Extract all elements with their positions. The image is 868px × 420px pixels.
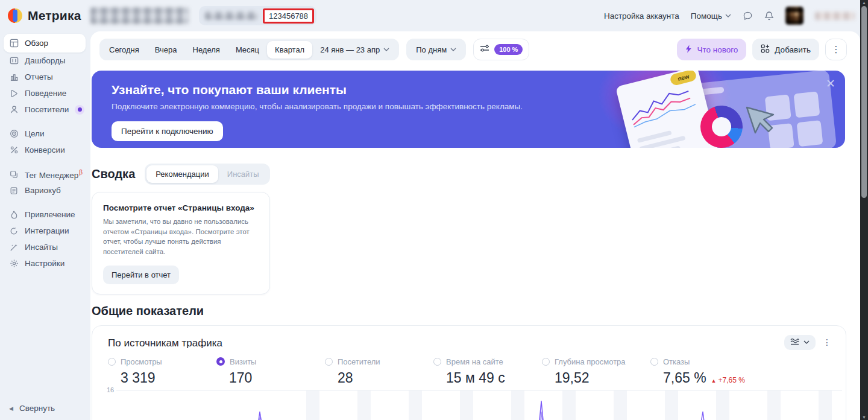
period-yesterday[interactable]: Вчера xyxy=(147,41,185,59)
granularity-select[interactable]: По дням xyxy=(408,41,464,59)
metric-depth[interactable]: Глубина просмотра 19,52 xyxy=(542,357,650,386)
granularity-group: По дням xyxy=(406,39,466,60)
radio-unchecked-icon xyxy=(108,358,116,366)
metric-bounce-rate[interactable]: Отказы 7,65 % ▲+7,65 % xyxy=(650,357,759,386)
redacted-counter-name xyxy=(205,11,258,20)
summary-title: Сводка xyxy=(92,167,135,181)
radio-unchecked-icon xyxy=(325,358,333,366)
toolbar-kebab-menu[interactable]: ⋮ xyxy=(825,39,847,60)
general-metrics-title: Общие показатели xyxy=(92,304,860,318)
chart-kebab-menu[interactable]: ⋮ xyxy=(823,337,831,347)
chart-card-tools: ⋮ xyxy=(784,335,831,350)
period-today[interactable]: Сегодня xyxy=(101,41,147,59)
collapse-label: Свернуть xyxy=(19,404,55,413)
metric-label: Глубина просмотра xyxy=(555,357,626,366)
help-menu[interactable]: Помощь xyxy=(691,11,731,21)
chart-type-icon xyxy=(790,338,799,347)
banner-close-icon[interactable]: ✕ xyxy=(826,78,835,89)
metric-pageviews[interactable]: Просмотры 3 319 xyxy=(108,357,216,386)
banner-connect-button[interactable]: Перейти к подключению xyxy=(112,121,223,141)
counter-selector[interactable]: 123456788 xyxy=(199,6,316,25)
top-header: Метрика 123456788 Настройка аккаунта Пом… xyxy=(0,0,868,31)
account-settings-link[interactable]: Настройка аккаунта xyxy=(604,11,679,21)
chart-type-button[interactable] xyxy=(784,335,816,350)
chevron-down-icon xyxy=(804,340,810,344)
metrika-logo[interactable]: Метрика xyxy=(0,8,90,24)
sidebar-item-tag-manager[interactable]: Тег Менеджерβ xyxy=(0,166,90,182)
sidebar-item-insights[interactable]: Инсайты xyxy=(0,239,90,255)
metric-value: 19,52 xyxy=(555,370,650,386)
banner-illustration: new xyxy=(604,71,821,148)
metric-value: 170 xyxy=(229,370,325,386)
sampling-badge: 100 % xyxy=(494,44,523,55)
sampling-button[interactable]: 100 % xyxy=(473,39,529,60)
metric-time-on-site[interactable]: Время на сайте 15 м 49 с xyxy=(433,357,542,386)
sidebar-item-variocube[interactable]: Вариокуб xyxy=(0,182,90,199)
recommendation-body: Мы заметили, что вы давно не пользовалис… xyxy=(103,217,259,257)
tab-recommendations[interactable]: Рекомендации xyxy=(146,165,218,183)
recommendation-title: Посмотрите отчет «Страницы входа» xyxy=(103,203,259,212)
metric-value: 28 xyxy=(338,370,433,386)
redacted-site-name[interactable] xyxy=(90,7,189,24)
go-to-report-button[interactable]: Перейти в отчет xyxy=(103,266,179,284)
whats-new-label: Что нового xyxy=(697,45,738,54)
chevron-down-icon xyxy=(450,48,456,51)
ecommerce-promo-banner: Узнайте, что покупают ваши клиенты Подкл… xyxy=(92,71,845,148)
sidebar-item-reports[interactable]: Отчеты xyxy=(0,69,90,85)
sidebar-item-goals[interactable]: Цели xyxy=(0,126,90,142)
metric-visits[interactable]: Визиты 170 xyxy=(216,357,325,386)
traffic-card-title: По источникам трафика xyxy=(108,337,222,349)
collapse-arrow-icon: ◀ xyxy=(9,406,13,412)
notifications-bell-icon[interactable] xyxy=(764,11,774,21)
scroll-up-icon[interactable]: ▲ xyxy=(860,1,868,5)
main-content: Сегодня Вчера Неделя Месяц Квартал 24 ян… xyxy=(90,31,860,420)
period-quarter[interactable]: Квартал xyxy=(267,41,312,59)
beta-badge: β xyxy=(79,169,83,176)
collapse-sidebar-button[interactable]: ◀ Свернуть xyxy=(9,404,55,413)
banner-title: Узнайте, что покупают ваши клиенты xyxy=(112,83,347,97)
feedback-icon[interactable] xyxy=(743,11,753,21)
metric-value: 15 м 49 с xyxy=(446,370,542,386)
sidebar-item-label: Отчеты xyxy=(25,72,53,81)
radio-unchecked-icon xyxy=(433,358,441,366)
metric-label: Просмотры xyxy=(121,357,162,366)
grid-icon xyxy=(9,39,19,48)
document-icon xyxy=(9,186,19,196)
sidebar-item-conversions[interactable]: Конверсии xyxy=(0,142,90,158)
date-range-picker[interactable]: 24 янв — 23 апр xyxy=(312,41,397,59)
recommendation-card: Посмотрите отчет «Страницы входа» Мы зам… xyxy=(92,192,270,294)
sidebar-item-dashboards[interactable]: Дашборды xyxy=(0,52,90,69)
metric-value: 7,65 % xyxy=(663,370,706,386)
sidebar-item-label: Дашборды xyxy=(25,56,66,65)
sliders-icon xyxy=(480,44,489,55)
bar-chart-icon xyxy=(9,72,19,82)
whats-new-button[interactable]: Что нового xyxy=(677,39,746,60)
sidebar-item-overview[interactable]: Обзор xyxy=(4,34,86,52)
sidebar-item-behavior[interactable]: Поведение xyxy=(0,85,90,101)
period-month[interactable]: Месяц xyxy=(228,41,267,59)
sidebar-item-label: Тег Менеджерβ xyxy=(25,169,83,180)
browser-scrollbar[interactable]: ▲ ▼ xyxy=(860,0,868,420)
sidebar-item-integrations[interactable]: Интеграции xyxy=(0,223,90,239)
visitors-notification-dot xyxy=(75,105,84,115)
sidebar-item-label: Инсайты xyxy=(25,243,58,252)
metric-label: Посетители xyxy=(338,357,380,366)
user-avatar[interactable] xyxy=(785,7,804,25)
percent-icon xyxy=(9,145,19,155)
traffic-line-chart[interactable] xyxy=(92,387,847,420)
sidebar-item-label: Конверсии xyxy=(25,145,65,154)
add-button[interactable]: Добавить xyxy=(752,39,819,60)
scrollbar-thumb[interactable] xyxy=(861,6,867,198)
metric-visitors[interactable]: Посетители 28 xyxy=(325,357,433,386)
counter-id: 123456788 xyxy=(269,11,308,21)
sidebar-item-label: Посетители xyxy=(25,105,69,114)
metrika-logo-icon xyxy=(7,8,23,24)
sidebar-item-visitors[interactable]: Посетители xyxy=(0,101,90,118)
period-week[interactable]: Неделя xyxy=(185,41,228,59)
sidebar-item-settings[interactable]: Настройки xyxy=(0,255,90,272)
sidebar-item-acquisition[interactable]: Привлечение xyxy=(0,206,90,223)
scroll-down-icon[interactable]: ▼ xyxy=(860,415,868,419)
tab-insights[interactable]: Инсайты xyxy=(218,165,268,183)
integrations-icon xyxy=(9,226,19,236)
summary-tabs: Рекомендации Инсайты xyxy=(145,164,269,185)
